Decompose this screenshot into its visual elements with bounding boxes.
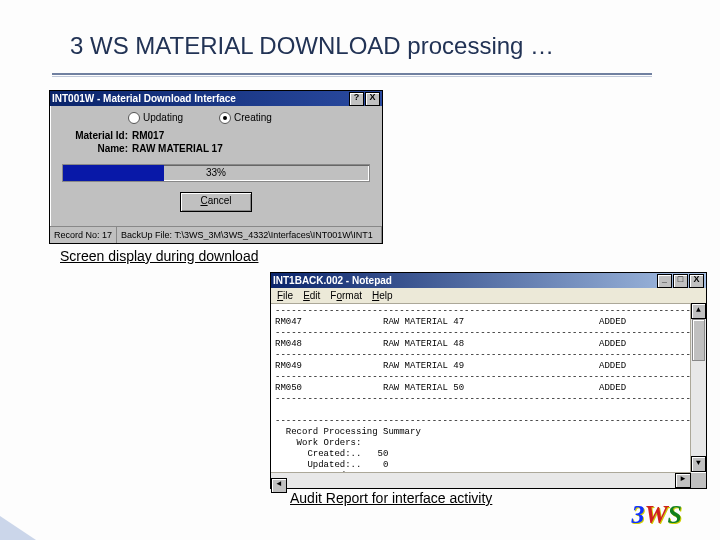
dialog-status-bar: Record No: 17 BackUp File: T:\3WS_3M\3WS… [50,226,382,243]
record-no-label: Record No: [54,230,100,240]
progress-text: 33% [63,165,369,181]
minimize-button[interactable]: _ [657,274,672,288]
scroll-corner [691,473,706,488]
material-id-label: Material Id: [58,130,132,141]
slide-corner-decor [0,516,36,540]
logo-s: S [668,500,682,530]
progress-bar: 33% [62,164,370,182]
backup-file-value: T:\3WS_3M\3WS_4332\Interfaces\INT001W\IN… [175,230,373,240]
dialog-titlebar[interactable]: INT001W - Material Download Interface ? … [50,91,382,106]
notepad-titlebar[interactable]: INT1BACK.002 - Notepad _ □ X [271,273,706,288]
radio-creating-label: Creating [234,112,272,123]
scroll-left-arrow-icon[interactable]: ◄ [271,478,287,493]
maximize-button[interactable]: □ [673,274,688,288]
caption-screen-display: Screen display during download [60,248,258,264]
scroll-thumb[interactable] [692,319,705,361]
record-no-value: 17 [102,230,112,240]
material-name-value: RAW MATERIAL 17 [132,143,223,154]
download-dialog: INT001W - Material Download Interface ? … [49,90,383,244]
menu-help[interactable]: Help [372,290,393,301]
material-id-value: RM017 [132,130,164,141]
radio-updating[interactable]: Updating [128,112,183,124]
scroll-down-arrow-icon[interactable]: ▼ [691,456,706,472]
logo-3ws: 3 W S [631,500,682,530]
notepad-window: INT1BACK.002 - Notepad _ □ X File Edit F… [270,272,707,489]
scroll-up-arrow-icon[interactable]: ▲ [691,303,706,319]
cancel-label: ancel [208,195,232,206]
logo-3: 3 [631,500,644,530]
menu-format[interactable]: Format [330,290,362,301]
menu-edit[interactable]: Edit [303,290,320,301]
horizontal-scrollbar[interactable]: ◄ ► [271,472,691,488]
dialog-title: INT001W - Material Download Interface [52,93,236,104]
radio-updating-label: Updating [143,112,183,123]
notepad-close-button[interactable]: X [689,274,704,288]
material-name-label: Name: [58,143,132,154]
caption-audit-report: Audit Report for interface activity [290,490,492,506]
logo-w: W [644,500,667,530]
menu-file[interactable]: File [277,290,293,301]
notepad-title: INT1BACK.002 - Notepad [273,275,392,286]
notepad-menu-bar: File Edit Format Help [271,288,706,304]
slide-title: 3 WS MATERIAL DOWNLOAD processing … [70,32,554,60]
backup-file-label: BackUp File: [121,230,172,240]
cancel-button[interactable]: Cancel [180,192,252,212]
radio-creating[interactable]: Creating [219,112,272,124]
vertical-scrollbar[interactable]: ▲ ▼ [690,303,706,472]
close-button[interactable]: X [365,92,380,106]
scroll-right-arrow-icon[interactable]: ► [675,473,691,488]
title-underline [52,73,652,77]
help-button[interactable]: ? [349,92,364,106]
notepad-text-area[interactable]: ----------------------------------------… [271,304,706,474]
